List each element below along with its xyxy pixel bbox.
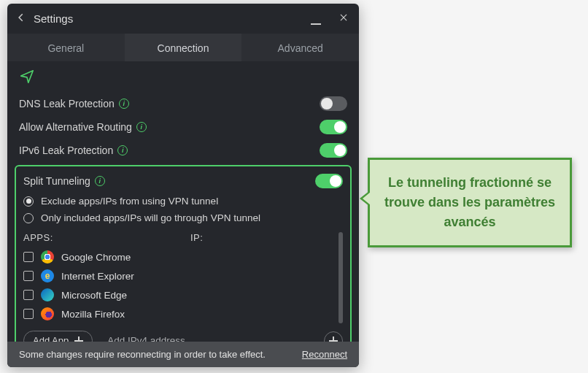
- info-icon[interactable]: i: [95, 176, 105, 186]
- split-tunneling-label: Split Tunneling: [23, 175, 90, 187]
- ipv6-leak-toggle[interactable]: [320, 143, 347, 158]
- app-name: Google Chrome: [61, 252, 131, 263]
- ipv6-leak-label: IPv6 Leak Protection: [19, 145, 113, 156]
- radio-icon: [23, 196, 34, 207]
- reconnect-bar: Some changes require reconnecting in ord…: [7, 342, 359, 367]
- minimize-icon: [311, 23, 321, 25]
- setting-ipv6-leak: IPv6 Leak Protection i: [19, 139, 347, 162]
- plus-icon: [329, 337, 338, 342]
- setting-alt-routing: Allow Alternative Routing i: [19, 115, 347, 139]
- minimize-button[interactable]: [311, 13, 321, 25]
- checkbox[interactable]: [23, 290, 34, 300]
- tab-connection[interactable]: Connection: [125, 34, 242, 61]
- app-name: Mozilla Firefox: [61, 309, 125, 320]
- setting-dns-leak: DNS Leak Protection i: [19, 92, 347, 115]
- split-tunneling-toggle[interactable]: [315, 174, 343, 188]
- split-mode-include[interactable]: Only included apps/IPs will go through V…: [23, 209, 343, 226]
- alt-routing-label: Allow Alternative Routing: [19, 121, 132, 133]
- add-app-label: Add App: [33, 335, 69, 342]
- ip-column: IP:: [190, 232, 343, 323]
- app-row-firefox[interactable]: Mozilla Firefox: [23, 304, 176, 323]
- checkbox[interactable]: [23, 252, 34, 262]
- close-button[interactable]: [339, 11, 349, 26]
- ip-scrollbar[interactable]: [339, 232, 343, 323]
- brand-logo: [7, 61, 359, 92]
- info-icon[interactable]: i: [119, 99, 129, 109]
- split-tunneling-section: Split Tunneling i Exclude apps/IPs from …: [15, 165, 352, 342]
- internet-explorer-icon: [41, 269, 54, 282]
- edge-icon: [41, 288, 54, 301]
- app-row-edge[interactable]: Microsoft Edge: [23, 285, 176, 304]
- add-ip-field[interactable]: Add IPv4 address: [107, 331, 343, 342]
- alt-routing-toggle[interactable]: [320, 120, 347, 134]
- app-row-ie[interactable]: Internet Explorer: [23, 266, 176, 285]
- app-name: Internet Explorer: [61, 271, 134, 282]
- info-icon[interactable]: i: [117, 145, 128, 155]
- info-icon[interactable]: i: [136, 122, 147, 132]
- app-row-chrome[interactable]: Google Chrome: [23, 247, 176, 266]
- footer-message: Some changes require reconnecting in ord…: [19, 349, 266, 360]
- window-title: Settings: [34, 12, 303, 25]
- chrome-icon: [41, 250, 54, 264]
- tabs: General Connection Advanced: [7, 34, 359, 61]
- apps-header: APPS:: [23, 232, 176, 243]
- callout-text: Le tunneling fractionné se trouve dans l…: [384, 175, 555, 229]
- settings-window: Settings General Connection Advanced DNS…: [7, 4, 359, 367]
- radio-icon: [23, 213, 34, 223]
- dns-leak-label: DNS Leak Protection: [19, 98, 115, 109]
- plus-icon: [74, 337, 83, 342]
- split-mode-include-label: Only included apps/IPs will go through V…: [41, 212, 260, 223]
- tab-general[interactable]: General: [7, 34, 125, 61]
- ip-header: IP:: [190, 232, 334, 243]
- reconnect-link[interactable]: Reconnect: [302, 349, 347, 360]
- setting-split-tunneling: Split Tunneling i: [23, 172, 343, 193]
- tab-advanced[interactable]: Advanced: [241, 34, 359, 61]
- checkbox[interactable]: [23, 271, 34, 281]
- checkbox[interactable]: [23, 309, 34, 319]
- firefox-icon: [41, 307, 54, 320]
- dns-leak-toggle[interactable]: [320, 96, 347, 111]
- settings-content: DNS Leak Protection i Allow Alternative …: [7, 92, 359, 342]
- split-mode-exclude-label: Exclude apps/IPs from using VPN tunnel: [41, 196, 218, 207]
- apps-column: APPS: Google Chrome Internet Explorer: [23, 232, 176, 323]
- titlebar: Settings: [7, 4, 359, 34]
- add-app-button[interactable]: Add App: [23, 331, 93, 342]
- add-ip-placeholder: Add IPv4 address: [107, 335, 185, 342]
- add-ip-button[interactable]: [324, 331, 343, 342]
- back-icon[interactable]: [16, 12, 26, 26]
- app-name: Microsoft Edge: [61, 290, 127, 301]
- split-mode-exclude[interactable]: Exclude apps/IPs from using VPN tunnel: [23, 193, 343, 209]
- annotation-callout: Le tunneling fractionné se trouve dans l…: [368, 158, 572, 247]
